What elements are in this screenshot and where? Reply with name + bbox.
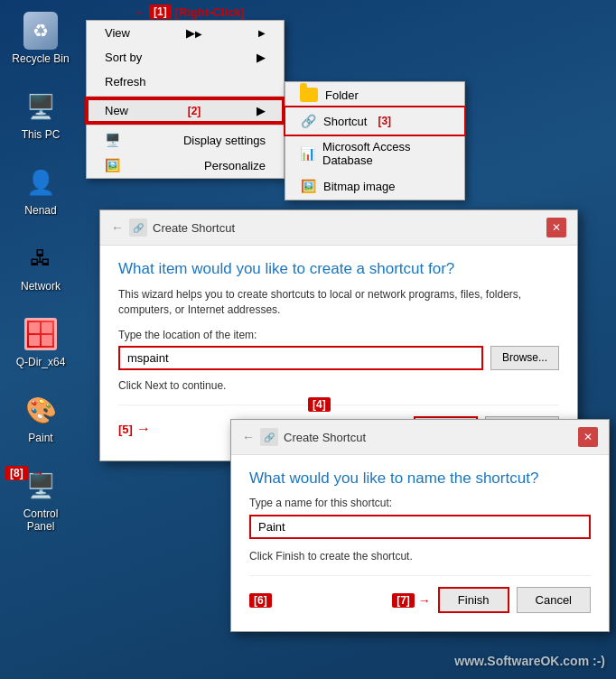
qdir-icon-img bbox=[23, 316, 59, 352]
step8-arrow: → bbox=[31, 465, 45, 481]
network-icon[interactable]: 🖧 Network bbox=[5, 237, 77, 296]
access-icon: 📊 bbox=[300, 145, 315, 162]
nav-icon: 🔗 bbox=[129, 219, 147, 237]
display-label: Display settings bbox=[183, 134, 266, 147]
dialog2-cancel-button[interactable]: Cancel bbox=[517, 587, 591, 613]
shortcut-icon: 🔗 bbox=[300, 113, 316, 129]
access-label: Microsoft Access Database bbox=[322, 140, 450, 167]
nenad-label: Nenad bbox=[24, 204, 56, 217]
step4-annotation: [4] bbox=[308, 397, 331, 412]
desktop-icons-column: ♻ Recycle Bin 🖥️ This PC 👤 Nenad 🖧 Netwo… bbox=[0, 0, 81, 545]
personalize-label: Personalize bbox=[204, 159, 266, 172]
step6-badge: [6] bbox=[249, 593, 272, 608]
submenu-access[interactable]: 📊 Microsoft Access Database bbox=[285, 135, 464, 172]
dialog1-input-row: Browse... bbox=[118, 346, 559, 370]
folder-icon bbox=[300, 88, 318, 102]
pc-icon-img: 🖥️ bbox=[23, 88, 59, 125]
step5-annotation: [5] → bbox=[118, 416, 151, 442]
context-menu-new[interactable]: New [2] ▶ bbox=[87, 98, 284, 123]
step8-annotation: [8] → bbox=[5, 465, 45, 481]
qdir-icon[interactable]: Q-Dir_x64 bbox=[5, 312, 77, 372]
watermark: www.SoftwareOK.com :-) bbox=[454, 654, 605, 668]
new-arrow: ▶ bbox=[257, 104, 266, 117]
submenu-folder[interactable]: Folder bbox=[285, 82, 464, 107]
dialog1-titlebar: ← 🔗 Create Shortcut ✕ bbox=[100, 210, 577, 246]
dialog2-nav: ← 🔗 Create Shortcut bbox=[242, 428, 366, 446]
step1-arrow: ← bbox=[134, 5, 145, 19]
dialog2-header: What would you like to name the shortcut… bbox=[249, 470, 591, 488]
dialog2-footer: [6] [7] → Finish Cancel bbox=[249, 575, 591, 613]
location-input[interactable] bbox=[118, 346, 483, 370]
dialog1-hint: Click Next to continue. bbox=[118, 379, 559, 392]
this-pc-icon[interactable]: 🖥️ This PC bbox=[5, 85, 77, 144]
new-label: New bbox=[105, 104, 128, 117]
submenu-bitmap[interactable]: 🖼️ Bitmap image bbox=[285, 172, 464, 200]
step6-annotation: [6] bbox=[249, 587, 272, 613]
context-menu-personalize[interactable]: 🖼️ Personalize bbox=[87, 153, 284, 178]
recycle-bin-icon[interactable]: ♻ Recycle Bin bbox=[5, 9, 77, 69]
back-arrow[interactable]: ← bbox=[111, 220, 124, 235]
step3-badge: [3] bbox=[378, 115, 391, 127]
dialog2-titlebar: ← 🔗 Create Shortcut ✕ bbox=[231, 420, 609, 455]
dialog1-desc: This wizard helps you to create shortcut… bbox=[118, 287, 559, 318]
paint-label: Paint bbox=[28, 432, 52, 444]
step1-annotation: ← [1] [Right-Click] bbox=[134, 5, 245, 19]
create-shortcut-dialog-2: ← 🔗 Create Shortcut ✕ What would you lik… bbox=[230, 419, 610, 632]
finish-button[interactable]: Finish bbox=[438, 587, 509, 613]
step4-badge: [4] bbox=[308, 397, 331, 412]
sort-label: Sort by bbox=[105, 51, 142, 64]
view-arrow: ▶ bbox=[186, 26, 202, 40]
nenad-icon[interactable]: 👤 Nenad bbox=[5, 161, 77, 220]
shortcut-label: Shortcut bbox=[323, 115, 367, 128]
context-menu-sort[interactable]: Sort by ▶ bbox=[87, 45, 284, 70]
network-label: Network bbox=[21, 280, 61, 293]
control-panel-label: Control Panel bbox=[8, 507, 73, 533]
context-menu-view[interactable]: View ▶ bbox=[87, 21, 284, 45]
bitmap-icon: 🖼️ bbox=[300, 178, 316, 194]
context-menu: View ▶ Sort by ▶ Refresh New [2] ▶ 🖥️ Di… bbox=[86, 20, 285, 179]
dialog1-header: What item would you like to create a sho… bbox=[118, 260, 559, 278]
network-icon-img: 🖧 bbox=[23, 240, 59, 276]
paint-icon-img: 🎨 bbox=[23, 392, 59, 428]
shortcut-name-input[interactable] bbox=[249, 515, 591, 539]
dialog1-title: Create Shortcut bbox=[153, 221, 235, 235]
step1-label: [Right-Click] bbox=[175, 5, 245, 19]
step5-badge: [5] bbox=[118, 423, 133, 436]
this-pc-label: This PC bbox=[22, 128, 61, 141]
new-submenu: Folder 🔗 Shortcut [3] 📊 Microsoft Access… bbox=[285, 81, 465, 200]
sort-arrow: ▶ bbox=[257, 51, 266, 64]
display-icon: 🖥️ bbox=[105, 133, 120, 147]
step1-badge: [1] bbox=[149, 5, 172, 19]
dialog2-close-button[interactable]: ✕ bbox=[578, 427, 598, 447]
bitmap-label: Bitmap image bbox=[323, 180, 395, 193]
refresh-label: Refresh bbox=[105, 75, 146, 88]
view-label: View bbox=[105, 26, 130, 40]
context-divider-2 bbox=[87, 125, 284, 126]
browse-button[interactable]: Browse... bbox=[490, 346, 559, 370]
step8-badge: [8] bbox=[5, 466, 28, 480]
qdir-label: Q-Dir_x64 bbox=[16, 356, 66, 368]
dialog1-nav: ← 🔗 Create Shortcut bbox=[111, 219, 235, 237]
step7-badge: [7] bbox=[392, 593, 415, 608]
dialog1-field-label: Type the location of the item: bbox=[118, 329, 559, 341]
dialog2-body: What would you like to name the shortcut… bbox=[231, 455, 609, 631]
context-menu-display[interactable]: 🖥️ Display settings bbox=[87, 127, 284, 153]
step7-annotation: [7] → bbox=[392, 587, 431, 613]
recycle-bin-label: Recycle Bin bbox=[12, 52, 69, 65]
person-icon-img: 👤 bbox=[23, 164, 59, 200]
submenu-shortcut[interactable]: 🔗 Shortcut [3] bbox=[285, 107, 464, 135]
step7-arrow: → bbox=[418, 593, 431, 608]
dialog2-back-arrow[interactable]: ← bbox=[242, 430, 255, 444]
new-annotation: [2] bbox=[188, 105, 201, 117]
personalize-icon: 🖼️ bbox=[105, 158, 120, 172]
paint-icon[interactable]: 🎨 Paint bbox=[5, 388, 77, 448]
dialog2-title: Create Shortcut bbox=[284, 431, 366, 444]
dialog2-field-label: Type a name for this shortcut: bbox=[249, 497, 591, 509]
context-divider-1 bbox=[87, 96, 284, 97]
dialog1-close-button[interactable]: ✕ bbox=[546, 218, 566, 237]
folder-label: Folder bbox=[325, 88, 359, 102]
step5-arrow: → bbox=[136, 421, 151, 437]
dialog2-nav-icon: 🔗 bbox=[260, 428, 278, 446]
context-menu-refresh[interactable]: Refresh bbox=[87, 70, 284, 94]
dialog2-hint: Click Finish to create the shortcut. bbox=[249, 550, 591, 563]
